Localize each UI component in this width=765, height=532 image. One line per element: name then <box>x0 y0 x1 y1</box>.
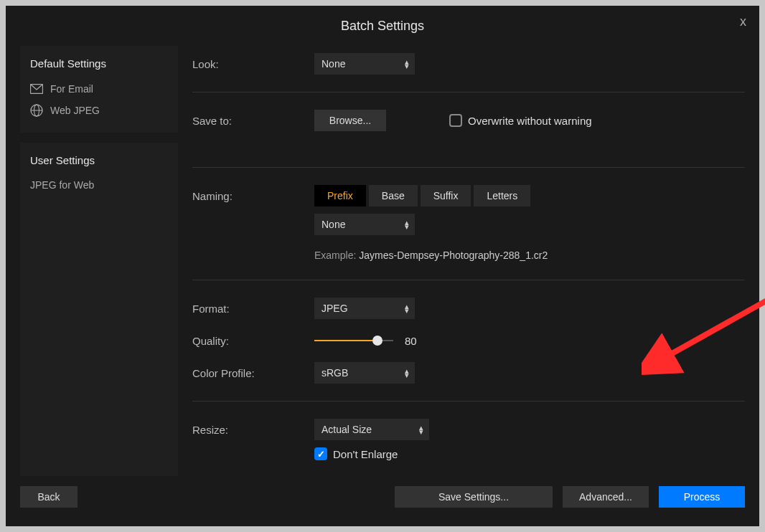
user-settings-section: User Settings JPEG for Web <box>20 143 178 476</box>
example-filename: Jaymes-Dempsey-Photography-288_1.cr2 <box>359 250 548 261</box>
slider-thumb <box>372 336 382 346</box>
checkbox-icon <box>449 114 462 127</box>
quality-label: Quality: <box>192 335 314 347</box>
quality-row: Quality: 80 <box>192 326 745 355</box>
save-to-label: Save to: <box>192 115 314 127</box>
content: Default Settings For Email Web JPEG User… <box>6 46 759 526</box>
tab-letters[interactable]: Letters <box>474 185 530 206</box>
dont-enlarge-row: Don't Enlarge <box>192 447 745 467</box>
resize-value: Actual Size <box>322 424 372 435</box>
save-to-row: Save to: Browse... Overwrite without war… <box>192 103 745 138</box>
tab-prefix[interactable]: Prefix <box>314 185 366 206</box>
back-button[interactable]: Back <box>20 486 78 508</box>
main-panel: Look: None ▴▾ Save to: Browse... Overwri… <box>192 46 745 512</box>
dont-enlarge-toggle[interactable]: Don't Enlarge <box>314 447 398 460</box>
resize-select[interactable]: Actual Size ▴▾ <box>314 419 429 440</box>
user-settings-title: User Settings <box>30 154 168 166</box>
sidebar: Default Settings For Email Web JPEG User… <box>20 46 178 512</box>
overwrite-label: Overwrite without warning <box>468 115 592 127</box>
chevron-updown-icon: ▴▾ <box>405 369 409 377</box>
slider-fill <box>314 340 377 341</box>
button-label: Process <box>684 491 721 503</box>
sidebar-item-label: JPEG for Web <box>30 179 94 191</box>
look-label: Look: <box>192 58 314 70</box>
color-profile-select[interactable]: sRGB ▴▾ <box>314 362 415 384</box>
close-icon[interactable]: x <box>740 14 746 29</box>
divider <box>192 167 745 168</box>
format-row: Format: JPEG ▴▾ <box>192 290 745 326</box>
naming-example: Example: Jaymes-Dempsey-Photography-288_… <box>314 250 745 261</box>
dont-enlarge-label: Don't Enlarge <box>333 448 398 460</box>
look-row: Look: None ▴▾ <box>192 46 745 82</box>
batch-settings-window: Batch Settings x Default Settings For Em… <box>6 6 759 526</box>
naming-label: Naming: <box>192 190 314 202</box>
checkbox-icon <box>314 447 327 460</box>
sidebar-item-web-jpeg[interactable]: Web JPEG <box>30 100 168 121</box>
look-value: None <box>322 58 345 70</box>
color-profile-label: Color Profile: <box>192 367 314 379</box>
globe-icon <box>30 104 43 117</box>
sidebar-item-for-email[interactable]: For Email <box>30 78 168 100</box>
browse-label: Browse... <box>329 115 371 126</box>
tab-label: Prefix <box>327 190 353 201</box>
color-profile-row: Color Profile: sRGB ▴▾ <box>192 355 745 391</box>
color-profile-value: sRGB <box>322 367 348 379</box>
button-label: Save Settings... <box>438 491 509 503</box>
naming-value-row: None ▴▾ <box>192 214 745 242</box>
format-label: Format: <box>192 303 314 315</box>
sidebar-item-jpeg-for-web[interactable]: JPEG for Web <box>30 175 168 195</box>
tab-label: Letters <box>487 190 517 201</box>
example-prefix: Example: <box>314 250 359 261</box>
advanced-button[interactable]: Advanced... <box>563 486 649 508</box>
titlebar: Batch Settings x <box>6 6 759 46</box>
tab-label: Base <box>382 190 405 201</box>
resize-label: Resize: <box>192 424 314 436</box>
naming-select[interactable]: None ▴▾ <box>314 214 415 235</box>
naming-value: None <box>322 219 345 230</box>
process-button[interactable]: Process <box>659 486 745 508</box>
divider <box>192 280 745 280</box>
divider <box>192 401 745 402</box>
envelope-icon <box>30 82 43 95</box>
chevron-updown-icon: ▴▾ <box>405 220 409 229</box>
back-button-label: Back <box>37 491 60 503</box>
quality-value: 80 <box>405 335 417 347</box>
default-settings-title: Default Settings <box>30 57 168 70</box>
chevron-updown-icon: ▴▾ <box>405 304 409 313</box>
tab-base[interactable]: Base <box>369 185 418 206</box>
divider <box>192 92 745 92</box>
tab-label: Suffix <box>433 190 459 201</box>
format-value: JPEG <box>322 303 348 314</box>
sidebar-item-label: For Email <box>50 83 93 95</box>
button-label: Advanced... <box>579 491 632 503</box>
format-select[interactable]: JPEG ▴▾ <box>314 298 415 319</box>
look-select[interactable]: None ▴▾ <box>314 53 415 75</box>
tab-suffix[interactable]: Suffix <box>421 185 471 206</box>
resize-row: Resize: Actual Size ▴▾ <box>192 412 745 447</box>
browse-button[interactable]: Browse... <box>314 110 386 131</box>
default-settings-section: Default Settings For Email Web JPEG <box>20 46 178 133</box>
naming-tabs: Prefix Base Suffix Letters <box>314 185 530 206</box>
footer-buttons: Save Settings... Advanced... Process <box>395 486 745 508</box>
overwrite-toggle[interactable]: Overwrite without warning <box>449 114 592 127</box>
chevron-updown-icon: ▴▾ <box>419 425 423 434</box>
save-settings-button[interactable]: Save Settings... <box>395 486 553 508</box>
chevron-updown-icon: ▴▾ <box>405 60 409 68</box>
window-title: Batch Settings <box>341 19 424 34</box>
naming-row: Naming: Prefix Base Suffix Letters <box>192 178 745 214</box>
sidebar-item-label: Web JPEG <box>50 105 100 116</box>
quality-slider[interactable] <box>314 333 393 348</box>
